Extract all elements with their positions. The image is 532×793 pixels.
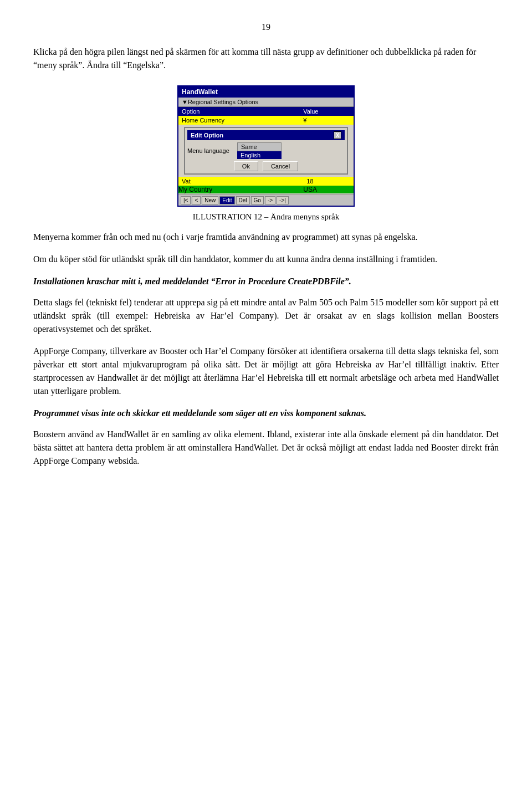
illustration-caption: ILLUSTRATION 12 – Ändra menyns språk: [193, 212, 340, 222]
vat-value: 18: [303, 177, 354, 186]
toolbar-last[interactable]: ->|: [277, 196, 289, 204]
col-value-header: Value: [300, 107, 354, 116]
toolbar-prev[interactable]: <: [192, 196, 201, 204]
edit-option-popup: Edit Option X Menu language Same English…: [184, 127, 348, 175]
page-number: 19: [33, 22, 499, 32]
edit-option-titlebar: Edit Option X: [187, 130, 345, 140]
dialog-table-bottom: Vat 18 My Country USA: [178, 177, 354, 193]
row1-value: ¥: [300, 116, 354, 125]
vat-option: Vat: [178, 177, 303, 186]
toolbar-new[interactable]: New: [202, 196, 218, 204]
edit-option-row: Menu language Same English: [187, 142, 345, 159]
screenshot-container: HandWallet ▼Regional Settings Options Op…: [33, 85, 499, 222]
section-1-heading: Installationen kraschar mitt i, med medd…: [33, 275, 499, 288]
dialog-section-header: ▼Regional Settings Options: [178, 98, 354, 107]
section-2-heading: Programmet visas inte och skickar ett me…: [33, 407, 499, 420]
paragraph-4: AppForge Company, tillverkare av Booster…: [33, 345, 499, 398]
edit-option-buttons: Ok Cancel: [187, 161, 345, 171]
english-option[interactable]: English: [237, 151, 282, 159]
toolbar-first[interactable]: |<: [181, 196, 191, 204]
same-option[interactable]: Same: [237, 142, 282, 151]
paragraph-3: Detta slags fel (tekniskt fel) tenderar …: [33, 296, 499, 336]
col-option-header: Option: [178, 107, 300, 116]
paragraph-5: Boostern använd av HandWallet är en saml…: [33, 428, 499, 468]
edit-option-title: Edit Option: [191, 132, 223, 139]
cancel-button[interactable]: Cancel: [263, 161, 298, 171]
menu-language-label: Menu language: [187, 147, 237, 154]
dialog-toolbar: |< < New Edit Del Go -> ->|: [178, 195, 354, 206]
language-dropdown[interactable]: Same English: [237, 142, 282, 159]
toolbar-go[interactable]: Go: [251, 196, 264, 204]
toolbar-next[interactable]: ->: [265, 196, 275, 204]
dialog-table: Option Value Home Currency ¥: [178, 107, 354, 125]
dialog-titlebar: HandWallet: [178, 86, 354, 98]
intro-paragraph: Klicka på den högra pilen längst ned på …: [33, 45, 499, 72]
row1-option: Home Currency: [178, 116, 300, 125]
country-option: My Country: [178, 186, 303, 193]
toolbar-del[interactable]: Del: [236, 196, 250, 204]
toolbar-edit[interactable]: Edit: [219, 196, 234, 204]
paragraph-1: Menyerna kommer från och med nu (och i v…: [33, 231, 499, 244]
close-icon[interactable]: X: [334, 131, 341, 139]
ok-button[interactable]: Ok: [234, 161, 258, 171]
paragraph-2: Om du köper stöd för utländskt språk til…: [33, 253, 499, 266]
handwallet-dialog: HandWallet ▼Regional Settings Options Op…: [177, 85, 355, 207]
country-value: USA: [303, 186, 354, 193]
